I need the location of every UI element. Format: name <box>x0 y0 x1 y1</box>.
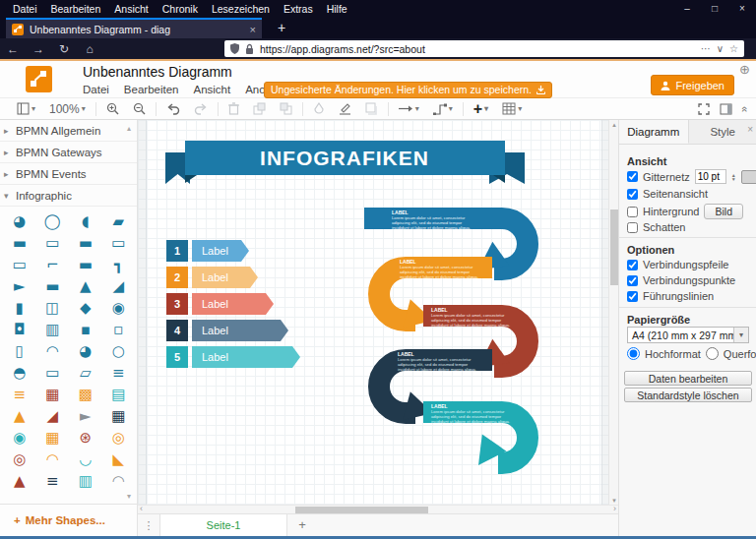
lock-icon[interactable] <box>245 43 254 54</box>
bookmark-star-icon[interactable]: ☆ <box>729 43 738 54</box>
shape-target-rings-icon[interactable]: ◎ <box>3 449 36 470</box>
shape-list-dark-icon[interactable]: ≡ <box>36 470 70 492</box>
shape-banner-icon[interactable]: ▭ <box>36 232 70 254</box>
undo-icon[interactable] <box>159 98 187 120</box>
daten-bearbeiten-button[interactable]: Daten bearbeiten <box>624 371 752 386</box>
shape-label-line-icon[interactable]: ▭ <box>36 362 70 384</box>
list-item[interactable]: 5 Label <box>166 346 300 368</box>
page-actions-icon[interactable]: ··· <box>701 43 711 54</box>
back-icon[interactable]: ← <box>0 42 26 56</box>
zoom-out-icon[interactable] <box>126 98 153 120</box>
format-panel-toggle-icon[interactable] <box>720 103 732 115</box>
grid-size-spinner[interactable]: ▲▼ <box>731 173 736 181</box>
forward-icon[interactable]: → <box>26 42 51 56</box>
querformat-radio[interactable] <box>706 347 719 360</box>
shape-pie-icon[interactable]: ◕ <box>3 210 36 232</box>
list-number-badge[interactable]: 5 <box>166 346 188 368</box>
shape-grid-dark-icon[interactable]: ▦ <box>102 405 136 427</box>
sidebar-scroll-up-icon[interactable]: ▴ <box>127 124 131 133</box>
shape-arc-down-icon[interactable]: ◡ <box>69 449 102 470</box>
menu-bearbeiten[interactable]: Bearbeiten <box>44 0 108 18</box>
pages-menu-icon[interactable]: ⋮ <box>138 514 159 536</box>
shape-tag-icon[interactable]: ▫ <box>102 319 136 340</box>
shape-bracket-icon[interactable]: ⌐ <box>36 254 70 275</box>
fuehrungslinien-checkbox[interactable] <box>627 291 638 302</box>
list-item[interactable]: 4 Label <box>166 320 288 341</box>
schatten-checkbox[interactable] <box>627 222 638 233</box>
shape-matrix-icon[interactable]: ▩ <box>69 384 102 405</box>
new-tab-button[interactable]: + <box>270 18 293 38</box>
zoom-in-icon[interactable] <box>99 98 126 120</box>
vertical-scroll-thumb[interactable] <box>610 210 618 285</box>
url-bar[interactable]: https://app.diagrams.net/?src=about ··· … <box>224 40 744 57</box>
sidebar-scroll-down-icon[interactable]: ▾ <box>127 492 131 501</box>
collapse-toolbar-icon[interactable]: « <box>739 106 751 112</box>
appmenu-datei[interactable]: Datei <box>83 84 109 95</box>
sidebar-section-bpmn-gateways[interactable]: BPMN Gateways <box>0 142 137 163</box>
shape-gauge-dial-icon[interactable]: ◕ <box>69 340 102 362</box>
shadow-icon[interactable] <box>358 98 385 120</box>
list-label-arrow[interactable]: Label <box>192 320 288 341</box>
shape-barcode-icon[interactable]: ▥ <box>36 319 70 340</box>
scroll-right-icon[interactable]: › <box>613 504 616 513</box>
shape-battery-icon[interactable]: ▮ <box>3 297 36 319</box>
menu-ansicht[interactable]: Ansicht <box>107 0 155 18</box>
page-tab-seite-1[interactable]: Seite-1 <box>159 514 287 536</box>
connection-style-dropdown[interactable]: ▾ <box>392 98 426 120</box>
list-label-arrow[interactable]: Label <box>192 267 258 288</box>
banner-ribbon[interactable]: INFOGRAFIKEN <box>165 141 525 184</box>
shape-triangle-icon[interactable]: ◣ <box>102 449 136 470</box>
standardstyle-loeschen-button[interactable]: Standardstyle löschen <box>624 388 752 402</box>
shape-pyramid-icon[interactable]: ▲ <box>69 275 102 297</box>
home-icon[interactable]: ⌂ <box>77 42 102 56</box>
shape-bar-callout-icon[interactable]: ▬ <box>69 254 102 275</box>
minimize-icon[interactable]: – <box>673 0 701 18</box>
tab-diagramm[interactable]: Diagramm <box>619 120 689 144</box>
page-view-button[interactable]: ▾ <box>10 98 42 120</box>
shape-ribbon-icon[interactable]: ▬ <box>3 232 36 254</box>
add-page-button[interactable]: + <box>287 514 317 536</box>
language-globe-icon[interactable]: ⊕ <box>739 62 750 77</box>
shape-pyramid-color-icon[interactable]: ▲ <box>3 405 36 427</box>
list-label-arrow[interactable]: Label <box>192 293 274 315</box>
list-label-arrow[interactable]: Label <box>192 346 300 368</box>
shape-list-color-icon[interactable]: ≡ <box>3 384 36 405</box>
hochformat-radio[interactable] <box>627 347 640 360</box>
reload-icon[interactable]: ↻ <box>51 42 77 56</box>
appmenu-ansicht[interactable]: Ansicht <box>193 84 230 95</box>
shape-ribbon-rolled-icon[interactable]: ▬ <box>69 232 102 254</box>
shape-banner-wave-icon[interactable]: ▭ <box>102 232 136 254</box>
shape-list-icon[interactable]: ≡ <box>102 362 136 384</box>
delete-icon[interactable] <box>221 98 246 120</box>
zoom-level-dropdown[interactable]: 100%▾ <box>42 98 93 120</box>
gitternetz-checkbox[interactable] <box>627 171 638 182</box>
tab-style[interactable]: Style <box>689 120 756 144</box>
verbindungspunkte-checkbox[interactable] <box>627 275 638 286</box>
menu-chronik[interactable]: Chronik <box>156 0 205 18</box>
list-item[interactable]: 1 Label <box>166 240 249 262</box>
list-number-badge[interactable]: 4 <box>166 320 188 341</box>
verbindungspfeile-checkbox[interactable] <box>627 260 638 270</box>
pocket-icon[interactable]: ∨ <box>717 43 724 54</box>
fill-color-icon[interactable] <box>306 98 332 120</box>
grid-size-input[interactable] <box>695 169 726 184</box>
shape-arc-gray-icon[interactable]: ◠ <box>102 470 136 492</box>
shape-cone-color-icon[interactable]: ◢ <box>36 405 70 427</box>
to-back-icon[interactable] <box>273 98 299 120</box>
shape-gear-icon[interactable]: ⊛ <box>69 427 102 449</box>
shape-parallelogram-icon[interactable]: ▰ <box>102 210 136 232</box>
shape-table-color-icon[interactable]: ▦ <box>36 427 70 449</box>
shape-pacman-icon[interactable]: ◖ <box>69 210 102 232</box>
menu-hilfe[interactable]: Hilfe <box>320 0 354 18</box>
close-icon[interactable]: × <box>728 0 756 18</box>
fullscreen-icon[interactable] <box>698 103 710 115</box>
shape-bars-chart-icon[interactable]: ▥ <box>69 470 102 492</box>
shape-target-icon[interactable]: ◉ <box>3 427 36 449</box>
hintergrund-checkbox[interactable] <box>627 207 638 217</box>
redo-icon[interactable] <box>187 98 215 120</box>
menu-datei[interactable]: Datei <box>6 0 44 18</box>
unsaved-changes-banner[interactable]: Ungesicherte Änderungen. Hier klicken um… <box>264 82 552 98</box>
shape-corner-icon[interactable]: ┓ <box>102 254 136 275</box>
appmenu-bearbeiten[interactable]: Bearbeiten <box>124 84 179 95</box>
maximize-icon[interactable]: □ <box>701 0 728 18</box>
